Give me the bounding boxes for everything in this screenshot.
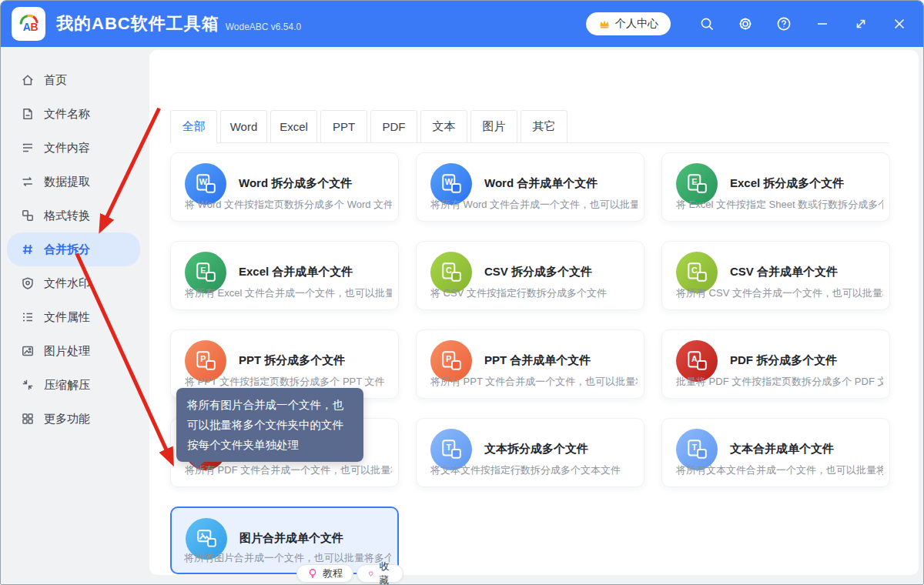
tool-title: 文本合并成单个文件 [730,442,834,456]
card-word-merge[interactable]: W Word 合并成单个文件 将所有 Word 文件合并成一个文件，也可以批量将… [416,152,644,222]
sidebar-item-label: 格式转换 [44,209,90,223]
personal-center-label: 个人中心 [615,17,658,31]
tool-desc: 将 CSV 文件按指定行数拆分成多个文件 [430,286,638,300]
sidebar-item-label: 文件水印 [44,276,90,291]
svg-text:T: T [692,443,698,452]
sidebar-item-format-convert[interactable]: 格式转换 [1,199,149,232]
tool-desc: 将所有 Word 文件合并成一个文件，也可以批量将多 [430,198,638,212]
watermark-icon [21,276,35,290]
heart-icon [367,568,374,579]
sidebar-item-label: 图片处理 [44,344,90,359]
tutorial-button[interactable]: 教程 [296,564,353,583]
tool-title: PPT 拆分成多个文件 [239,353,345,368]
minimize-button[interactable] [803,7,842,41]
tool-desc: 将所有 PPT 文件合并成一个文件，也可以批量将多 [430,375,638,389]
tab-text[interactable]: 文本 [420,110,467,143]
tab-word[interactable]: Word [220,110,267,143]
tool-title: Word 拆分成多个文件 [239,176,352,191]
card-text-merge[interactable]: T 文本合并成单个文件 将所有文本文件合并成一个文件，也可以批量将多 [661,418,890,487]
file-props-icon [21,310,35,324]
sidebar-item-label: 首页 [44,73,67,88]
tool-title: CSV 拆分成多个文件 [484,265,592,279]
tool-title: PDF 拆分成多个文件 [730,353,837,368]
favorite-label: 收藏 [379,560,393,585]
tool-desc: 将 Word 文件按指定页数拆分成多个 Word 文件 [185,198,392,212]
card-csv-merge[interactable]: C CSV 合并成单个文件 将所有 CSV 文件合并成一个文件，也可以批量将多 [661,241,890,310]
maximize-button[interactable] [842,7,880,41]
tab-image[interactable]: 图片 [470,110,517,143]
home-icon [21,73,35,87]
sidebar-item-file-name[interactable]: 文件名称 [1,97,149,131]
card-text-split[interactable]: T 文本拆分成多个文件 将文本文件按指定行数拆分成多个文本文件 [416,418,644,487]
resize-icon [853,16,869,32]
svg-text:P: P [200,354,206,363]
file-content-icon [21,141,35,155]
crown-icon [598,18,611,30]
svg-text:B: B [30,21,38,33]
sidebar-item-data-extract[interactable]: 数据提取 [1,165,149,199]
sidebar-item-home[interactable]: 首页 [1,63,149,97]
sidebar-item-file-props[interactable]: 文件属性 [1,300,149,334]
tool-desc: 将所有 CSV 文件合并成一个文件，也可以批量将多 [676,286,883,300]
image-process-icon [21,344,35,358]
sidebar-item-merge-split[interactable]: 合并拆分 [7,232,140,266]
card-pdf-split[interactable]: A PDF 拆分成多个文件 批量将 PDF 文件按指定页数拆分成多个 PDF 文… [661,329,890,399]
svg-text:T: T [447,443,452,452]
file-name-icon [21,107,35,121]
tool-desc: 将文本文件按指定行数拆分成多个文本文件 [430,463,638,477]
main-panel: 全部 Word Excel PPT PDF 文本 图片 其它 W Word 拆分… [149,50,919,575]
tool-title: CSV 合并成单个文件 [730,265,838,279]
sidebar-item-image-process[interactable]: 图片处理 [1,334,149,368]
tool-card-grid: W Word 拆分成多个文件 将 Word 文件按指定页数拆分成多个 Word … [170,152,890,576]
app-title: 我的ABC软件工具箱 [56,12,219,35]
app-logo-icon: A B [12,7,45,41]
sidebar-item-label: 文件名称 [44,107,90,122]
card-csv-split[interactable]: C CSV 拆分成多个文件 将 CSV 文件按指定行数拆分成多个文件 [416,241,644,310]
svg-text:A: A [691,354,698,363]
svg-text:C: C [691,266,698,275]
tab-pdf[interactable]: PDF [370,110,417,143]
tool-title: 图片合并成单个文件 [239,531,343,546]
personal-center-button[interactable]: 个人中心 [586,12,671,35]
card-ppt-merge[interactable]: P PPT 合并成单个文件 将所有 PPT 文件合并成一个文件，也可以批量将多 [416,329,644,399]
settings-button[interactable] [726,7,765,41]
card-excel-split[interactable]: E Excel 拆分成多个文件 将 Excel 文件按指定 Sheet 数或行数… [661,152,890,222]
tool-desc: 将 PPT 文件按指定页数拆分成多个 PPT 文件 [185,375,392,389]
tool-title: 文本拆分成多个文件 [484,442,588,456]
svg-text:E: E [691,177,697,186]
search-icon [699,16,715,32]
sidebar-item-watermark[interactable]: 文件水印 [1,266,149,300]
tool-desc: 将 Excel 文件按指定 Sheet 数或行数拆分成多个 Exc [676,198,883,212]
tool-title: PPT 合并成单个文件 [484,353,591,368]
close-button[interactable] [880,7,919,41]
tab-ppt[interactable]: PPT [320,110,367,143]
sidebar-item-more-functions[interactable]: 更多功能 [1,402,149,436]
sidebar-item-file-content[interactable]: 文件内容 [1,131,149,165]
tab-excel[interactable]: Excel [270,110,317,143]
sidebar-item-compress[interactable]: 压缩解压 [1,368,149,402]
sidebar-item-label: 数据提取 [44,175,90,189]
merge-split-icon [21,242,35,256]
app-version: WodeABC v6.54.0 [226,22,302,32]
tab-all[interactable]: 全部 [170,110,217,143]
svg-text:E: E [200,266,206,275]
card-excel-merge[interactable]: E Excel 合并成单个文件 将所有 Excel 文件合并成一个文件，也可以批… [170,241,399,310]
tab-other[interactable]: 其它 [521,110,567,143]
card-word-split[interactable]: W Word 拆分成多个文件 将 Word 文件按指定页数拆分成多个 Word … [170,152,399,222]
format-convert-icon [21,209,35,222]
tool-desc: 将所有 Excel 文件合并成一个文件，也可以批量将多 [185,286,392,300]
close-icon [892,16,907,32]
tool-desc: 批量将 PDF 文件按指定页数拆分成多个 PDF 文件 [676,375,883,389]
card-image-merge-highlighted[interactable]: 图片合并成单个文件 将所有图片合并成一个文件，也可以批量将多个文 教程 收藏 [170,506,399,574]
sidebar-item-label: 合并拆分 [44,242,90,257]
sidebar-item-label: 更多功能 [44,412,90,426]
tabbar: 全部 Word Excel PPT PDF 文本 图片 其它 [170,110,567,143]
titlebar: A B 我的ABC软件工具箱 WodeABC v6.54.0 个人中心 [1,1,923,47]
favorite-button[interactable]: 收藏 [357,564,403,583]
help-button[interactable] [765,7,803,41]
app-window: A B 我的ABC软件工具箱 WodeABC v6.54.0 个人中心 [0,0,924,585]
search-button[interactable] [688,7,726,41]
tool-title: Excel 拆分成多个文件 [730,176,844,191]
svg-text:P: P [446,354,451,363]
sidebar-item-label: 文件内容 [44,141,90,155]
